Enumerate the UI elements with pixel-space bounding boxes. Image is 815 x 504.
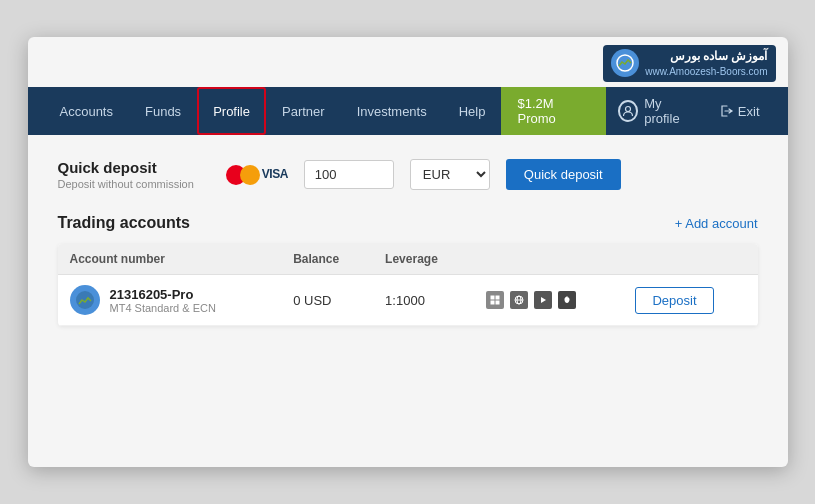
nav-accounts[interactable]: Accounts bbox=[44, 87, 129, 135]
avatar bbox=[70, 285, 100, 315]
logo-bar: آموزش ساده بورس www.Amoozesh-Boors.com bbox=[603, 45, 775, 82]
currency-select[interactable]: EUR USD GBP bbox=[410, 159, 490, 190]
logo-box: آموزش ساده بورس www.Amoozesh-Boors.com bbox=[603, 45, 775, 82]
nav-help[interactable]: Help bbox=[443, 87, 502, 135]
browser-window: آموزش ساده بورس www.Amoozesh-Boors.com A… bbox=[28, 37, 788, 467]
logo-icon bbox=[611, 49, 639, 77]
svg-rect-3 bbox=[490, 296, 494, 300]
leverage-cell: 1:1000 bbox=[373, 275, 474, 326]
col-platforms bbox=[474, 244, 624, 275]
col-account-number: Account number bbox=[58, 244, 282, 275]
quick-deposit-section: Quick deposit Deposit without commission… bbox=[58, 159, 758, 190]
main-content: Quick deposit Deposit without commission… bbox=[28, 135, 788, 350]
quick-deposit-info: Quick deposit Deposit without commission bbox=[58, 159, 194, 190]
platform-icons-cell bbox=[474, 275, 624, 326]
trading-accounts-section: Trading accounts + Add account Account n… bbox=[58, 214, 758, 326]
windows-icon bbox=[486, 291, 504, 309]
card-logo: VISA bbox=[226, 165, 288, 185]
amount-input[interactable] bbox=[304, 160, 394, 189]
quick-deposit-title: Quick deposit bbox=[58, 159, 194, 176]
account-type: MT4 Standard & ECN bbox=[110, 302, 216, 314]
exit-label: Exit bbox=[738, 104, 760, 119]
col-balance: Balance bbox=[281, 244, 373, 275]
svg-point-2 bbox=[76, 291, 94, 309]
svg-rect-4 bbox=[495, 296, 499, 300]
nav-investments[interactable]: Investments bbox=[341, 87, 443, 135]
visa-text: VISA bbox=[262, 167, 288, 185]
account-details: 21316205-Pro MT4 Standard & ECN bbox=[110, 287, 216, 314]
nav-my-profile[interactable]: My profile bbox=[606, 87, 708, 135]
nav-promo[interactable]: $1.2M Promo bbox=[501, 87, 605, 135]
svg-marker-10 bbox=[541, 297, 546, 303]
account-name: 21316205-Pro bbox=[110, 287, 216, 302]
play-icon bbox=[534, 291, 552, 309]
nav-profile[interactable]: Profile bbox=[197, 87, 266, 135]
quick-deposit-button[interactable]: Quick deposit bbox=[506, 159, 621, 190]
nav-exit[interactable]: Exit bbox=[708, 87, 772, 135]
col-leverage: Leverage bbox=[373, 244, 474, 275]
nav-funds[interactable]: Funds bbox=[129, 87, 197, 135]
nav-partner[interactable]: Partner bbox=[266, 87, 341, 135]
quick-deposit-subtitle: Deposit without commission bbox=[58, 178, 194, 190]
platform-icons bbox=[486, 291, 612, 309]
svg-point-1 bbox=[625, 107, 630, 112]
table-header-row: Account number Balance Leverage bbox=[58, 244, 758, 275]
col-action bbox=[623, 244, 757, 275]
account-info: 21316205-Pro MT4 Standard & ECN bbox=[70, 285, 270, 315]
globe-icon bbox=[510, 291, 528, 309]
card-orange-circle bbox=[240, 165, 260, 185]
accounts-table: Account number Balance Leverage bbox=[58, 244, 758, 326]
account-info-cell: 21316205-Pro MT4 Standard & ECN bbox=[58, 275, 282, 326]
apple-icon bbox=[558, 291, 576, 309]
svg-rect-6 bbox=[495, 301, 499, 305]
svg-rect-5 bbox=[490, 301, 494, 305]
website-url: www.Amoozesh-Boors.com bbox=[645, 65, 767, 78]
profile-icon bbox=[618, 100, 638, 122]
balance-cell: 0 USD bbox=[281, 275, 373, 326]
trading-header: Trading accounts + Add account bbox=[58, 214, 758, 232]
deposit-action-cell: Deposit bbox=[623, 275, 757, 326]
table-row: 21316205-Pro MT4 Standard & ECN 0 USD 1:… bbox=[58, 275, 758, 326]
deposit-button[interactable]: Deposit bbox=[635, 287, 713, 314]
trading-accounts-title: Trading accounts bbox=[58, 214, 190, 232]
nav-bar: Accounts Funds Profile Partner Investmen… bbox=[28, 87, 788, 135]
add-account-link[interactable]: + Add account bbox=[675, 216, 758, 231]
brand-name: آموزش ساده بورس bbox=[645, 49, 767, 65]
my-profile-label: My profile bbox=[644, 96, 696, 126]
exit-icon bbox=[720, 104, 734, 118]
logo-text: آموزش ساده بورس www.Amoozesh-Boors.com bbox=[645, 49, 767, 78]
